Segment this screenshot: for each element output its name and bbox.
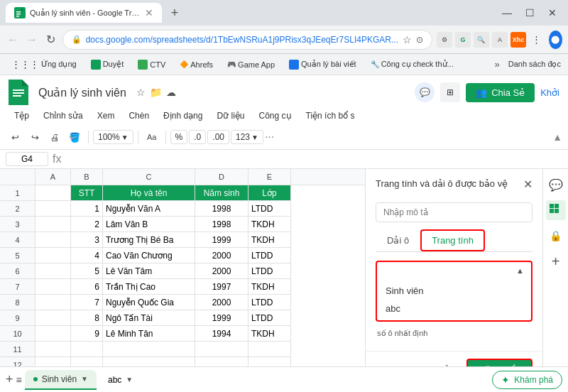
row-header-2[interactable]: 2 (0, 201, 36, 217)
cell-a2[interactable] (36, 201, 71, 217)
star-icon[interactable]: ☆ (136, 87, 146, 98)
cell-c2[interactable]: Nguyễn Văn A (103, 201, 195, 217)
row-header-1[interactable]: 1 (0, 185, 36, 201)
cell-a12[interactable] (36, 357, 71, 366)
row-header-6[interactable]: 6 (0, 263, 36, 279)
cell-a10[interactable] (36, 326, 71, 342)
row-header-7[interactable]: 7 (0, 279, 36, 295)
back-button[interactable]: ← (6, 30, 21, 50)
format-percent[interactable]: % (170, 130, 188, 144)
cell-b10[interactable]: 9 (71, 326, 103, 342)
menu-view[interactable]: Xem (92, 108, 121, 124)
cell-b9[interactable]: 8 (71, 310, 103, 326)
col-header-d[interactable]: D (195, 169, 248, 185)
font-button[interactable]: Aa (143, 128, 161, 146)
cell-b3[interactable]: 2 (71, 217, 103, 232)
cell-c6[interactable]: Lê Văn Tâm (103, 263, 195, 279)
history-icon[interactable]: ⊞ (440, 82, 460, 102)
sidebar-sheets-button[interactable] (546, 200, 566, 220)
cell-c8[interactable]: Nguyễn Quốc Gia (103, 295, 195, 310)
cell-c10[interactable]: Lê Minh Tân (103, 326, 195, 342)
cell-b11[interactable] (71, 342, 103, 357)
panel-close-button[interactable]: ✕ (523, 178, 532, 191)
menu-dinhd[interactable]: Định dạng (158, 108, 208, 124)
cell-c9[interactable]: Ngô Tấn Tài (103, 310, 195, 326)
ext3-icon[interactable]: 🔍 (474, 32, 489, 48)
minimize-button[interactable]: — (497, 3, 517, 23)
cell-e1[interactable]: Lớp (248, 185, 291, 201)
redo-button[interactable]: ↪ (26, 128, 44, 146)
cell-e2[interactable]: LTDD (248, 201, 291, 217)
col-header-b[interactable]: B (71, 169, 103, 185)
cell-d12[interactable] (195, 357, 248, 366)
cell-d10[interactable]: 1994 (195, 326, 248, 342)
cell-b5[interactable]: 4 (71, 248, 103, 263)
profile-icon[interactable]: ⬤ (549, 31, 562, 49)
cell-e12[interactable] (248, 357, 291, 366)
cell-a5[interactable] (36, 248, 71, 263)
cell-a9[interactable] (36, 310, 71, 326)
cell-b7[interactable]: 6 (71, 279, 103, 295)
cell-b4[interactable]: 3 (71, 232, 103, 248)
cell-d2[interactable]: 1998 (195, 201, 248, 217)
cell-b8[interactable]: 7 (71, 295, 103, 310)
row-header-12[interactable]: 12 (0, 357, 36, 366)
account-button[interactable]: Khởi (540, 87, 559, 98)
cell-a8[interactable] (36, 295, 71, 310)
bookmark-check[interactable]: 🔧 Công cụ check thử... (366, 58, 458, 70)
cell-c5[interactable]: Cao Văn Chương (103, 248, 195, 263)
cell-d8[interactable]: 2000 (195, 295, 248, 310)
ext2-icon[interactable]: G (455, 32, 471, 48)
row-header-9[interactable]: 9 (0, 310, 36, 326)
cell-e10[interactable]: TKDH (248, 326, 291, 342)
cell-b2[interactable]: 1 (71, 201, 103, 217)
cell-d4[interactable]: 1999 (195, 232, 248, 248)
cell-a3[interactable] (36, 217, 71, 232)
print-button[interactable]: 🖨 (45, 128, 64, 146)
select-all-button[interactable] (0, 169, 36, 185)
cell-d6[interactable]: 2000 (195, 263, 248, 279)
row-header-5[interactable]: 5 (0, 248, 36, 263)
menu-tienich[interactable]: Tiện ích bổ s (300, 108, 361, 124)
cell-d5[interactable]: 2000 (195, 248, 248, 263)
toolbar-collapse-button[interactable]: ▲ (552, 131, 562, 143)
new-tab-button[interactable]: + (165, 3, 185, 23)
row-header-4[interactable]: 4 (0, 232, 36, 248)
row-header-8[interactable]: 8 (0, 295, 36, 310)
sidebar-chat-button[interactable]: 💬 (546, 175, 566, 195)
cell-e8[interactable]: LTDD (248, 295, 291, 310)
cell-a11[interactable] (36, 342, 71, 357)
cell-b6[interactable]: 5 (71, 263, 103, 279)
cell-c1[interactable]: Họ và tên (103, 185, 195, 201)
col-header-a[interactable]: A (36, 169, 71, 185)
sidebar-add-button[interactable]: + (546, 251, 566, 271)
cell-e5[interactable]: LTDD (248, 248, 291, 263)
row-header-11[interactable]: 11 (0, 342, 36, 357)
row-header-10[interactable]: 10 (0, 326, 36, 342)
explore-button[interactable]: ✦ Khám phá (492, 371, 562, 389)
sheet-tab-chevron-icon[interactable]: ▼ (81, 375, 88, 383)
sheet-tab-abc[interactable]: abc ▼ (99, 370, 141, 390)
url-bar[interactable]: 🔒 docs.google.com/spreadsheets/d/1TbEwNS… (62, 30, 432, 50)
cell-a1[interactable] (36, 185, 71, 201)
set-permissions-button[interactable]: Đặt quyền (466, 359, 532, 366)
cancel-button[interactable]: Hủy (430, 359, 461, 366)
format-decimal1[interactable]: .00 (207, 130, 229, 144)
zoom-dropdown[interactable]: 100% ▼ (93, 130, 133, 144)
cell-d9[interactable]: 1999 (195, 310, 248, 326)
sheet-tab-abc-chevron-icon[interactable]: ▼ (126, 376, 133, 383)
lens-icon[interactable]: ⊙ (416, 35, 423, 45)
tab-range[interactable]: Dải ô (376, 229, 420, 251)
format-123[interactable]: 123 ▼ (231, 130, 263, 144)
browser-tab[interactable]: Quản lý sinh viên - Google Trang... ✕ (6, 3, 162, 23)
bookmark-right[interactable]: Danh sách đọc (508, 60, 561, 69)
format-decimal0[interactable]: .0 (189, 130, 206, 144)
bookmark-apps[interactable]: ⋮⋮⋮ Ứng dụng (7, 58, 81, 71)
sidebar-lock-button[interactable]: 🔒 (546, 226, 566, 246)
dropdown-option-sinhvien[interactable]: Sinh viên (377, 282, 531, 300)
folder-icon[interactable]: 📁 (150, 87, 162, 98)
bookmark-gameapp[interactable]: 🎮 Game App (223, 59, 279, 70)
more-formats-button[interactable]: ··· (265, 131, 274, 143)
bookmark-quanly[interactable]: Quản lý bài viết (285, 58, 361, 71)
cell-e4[interactable]: TKDH (248, 232, 291, 248)
